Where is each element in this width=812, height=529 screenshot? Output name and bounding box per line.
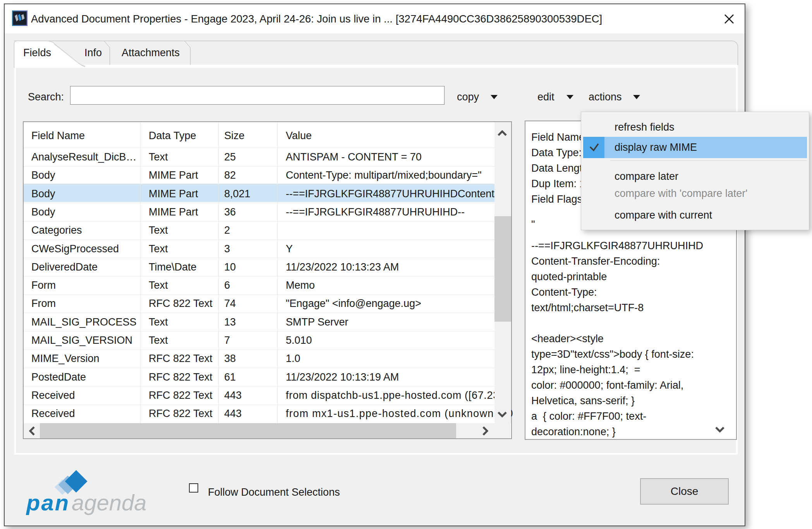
svg-text:agenda: agenda <box>72 490 147 515</box>
svg-text:pan: pan <box>26 490 70 515</box>
